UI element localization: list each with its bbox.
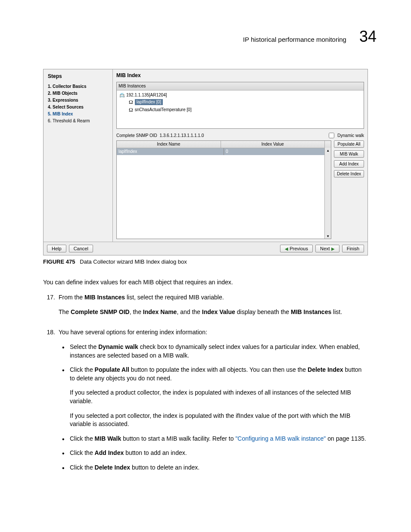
chapter-number: 34 (359, 26, 377, 47)
step-collector-basics[interactable]: 1. Collector Basics (48, 84, 108, 90)
step-threshold-rearm[interactable]: 6. Threshold & Rearm (48, 118, 108, 124)
bullet-delete-index: Click the Delete Index button to delete … (70, 464, 368, 472)
finish-button[interactable]: Finish (342, 245, 364, 252)
intro-paragraph: You can define index values for each MIB… (43, 278, 368, 287)
tree-child-2-label: snChasActualTemperature [0] (135, 107, 192, 113)
step-select-sources[interactable]: 4. Select Sources (48, 104, 108, 110)
cell-index-value: 0 (224, 148, 331, 155)
dialog-footer: Help Cancel ◀ Previous Next ▶ Finish (44, 242, 367, 255)
step-expressions[interactable]: 3. Expressions (48, 97, 108, 103)
omega-icon: Ω (129, 98, 133, 106)
mib-instances-title: MIB Instances (117, 82, 364, 90)
step-18-number: 18. (43, 328, 55, 478)
bullet-dynamic-walk: Select the Dynamic walk check box to dyn… (70, 343, 368, 360)
scrollbar[interactable]: ▴ ▾ (324, 148, 331, 239)
omega-icon: Ω (129, 106, 133, 114)
dynamic-walk-input[interactable] (329, 133, 334, 138)
tree-child-1[interactable]: Ω lapIfIndex [0] (119, 98, 361, 106)
bullet-mib-walk: Click the MIB Walk button to start a MIB… (70, 435, 368, 443)
step-mib-index[interactable]: 5. MIB Index (48, 111, 108, 117)
mib-instances-box: MIB Instances 📇 192.1.1.135[AR1204] Ω la… (116, 82, 364, 129)
dynamic-walk-checkbox[interactable]: Dynamic walk (327, 131, 364, 140)
mib-walk-button[interactable]: MIB Walk (334, 150, 364, 158)
mib-instances-tree[interactable]: 📇 192.1.1.135[AR1204] Ω lapIfIndex [0] Ω… (117, 90, 364, 128)
index-grid[interactable]: Index Name Index Value lapIfIndex 0 ▴ ▾ (116, 140, 331, 239)
delete-index-button[interactable]: Delete Index (334, 170, 364, 177)
previous-button[interactable]: ◀ Previous (280, 245, 313, 252)
step-mib-objects[interactable]: 2. MIB Objects (48, 90, 108, 96)
scroll-down-icon[interactable]: ▾ (325, 233, 331, 239)
tree-child-2[interactable]: Ω snChasActualTemperature [0] (119, 106, 361, 114)
mib-index-dialog: Steps 1. Collector Basics 2. MIB Objects… (43, 69, 368, 255)
step-18-body: You have several options for entering in… (59, 328, 368, 478)
header-title: IP historical performance monitoring (243, 35, 346, 44)
cell-index-name: lapIfIndex (117, 148, 224, 155)
steps-panel: Steps 1. Collector Basics 2. MIB Objects… (44, 69, 113, 242)
step-17-body: From the MIB Instances list, select the … (59, 293, 368, 322)
steps-title: Steps (48, 73, 108, 80)
tree-root-label: 192.1.1.135[AR1204] (126, 92, 167, 98)
help-button[interactable]: Help (47, 245, 66, 252)
device-icon: 📇 (119, 92, 125, 98)
populate-all-button[interactable]: Populate All (334, 140, 364, 148)
main-panel: MIB Index MIB Instances 📇 192.1.1.135[AR… (113, 69, 367, 242)
cancel-button[interactable]: Cancel (69, 245, 93, 252)
page-header: IP historical performance monitoring 34 (34, 26, 377, 47)
dynamic-walk-label: Dynamic walk (337, 133, 364, 139)
figure-caption: FIGURE 475 Data Collector wizard MIB Ind… (43, 258, 368, 266)
mib-walk-link[interactable]: "Configuring a MIB walk instance" (235, 435, 326, 442)
next-button[interactable]: Next ▶ (315, 245, 339, 252)
step-17-number: 17. (43, 293, 55, 322)
table-row[interactable]: lapIfIndex 0 (117, 148, 331, 155)
col-index-value[interactable]: Index Value (221, 141, 325, 148)
tree-root[interactable]: 📇 192.1.1.135[AR1204] (119, 92, 361, 98)
add-index-button[interactable]: Add Index (334, 160, 364, 168)
bullet-populate-all: Click the Populate All button to populat… (70, 366, 368, 429)
tree-child-1-label: lapIfIndex [0] (135, 99, 163, 105)
bullet-add-index: Click the Add Index button to add an ind… (70, 449, 368, 457)
body-text: You can define index values for each MIB… (43, 278, 368, 478)
col-index-name[interactable]: Index Name (117, 141, 221, 148)
oid-label: Complete SNMP OID 1.3.6.1.2.1.13.1.1.1.1… (116, 133, 204, 139)
scroll-up-icon[interactable]: ▴ (325, 148, 331, 153)
main-panel-title: MIB Index (116, 72, 364, 79)
